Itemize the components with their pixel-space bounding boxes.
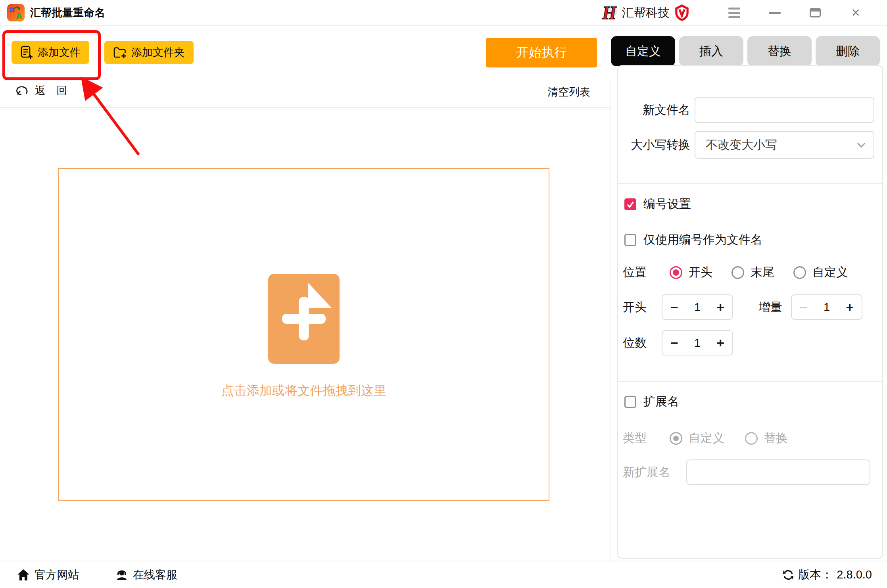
file-dropzone[interactable]: 点击添加或将文件拖拽到这里 [58,168,549,501]
app-logo-icon: a A [7,4,25,21]
position-label: 位置 [623,264,670,281]
new-name-input[interactable] [695,97,874,123]
digits-label: 位数 [623,335,662,351]
hamburger-icon [728,8,740,18]
tab-custom[interactable]: 自定义 [611,36,675,66]
new-ext-row: 新扩展名 [618,459,882,485]
brand-name: 汇帮科技 [622,5,670,21]
divider [0,107,610,108]
add-folder-button[interactable]: 添加文件夹 [104,41,194,64]
ext-type-label: 类型 [623,430,670,446]
official-website-label: 官方网站 [35,567,79,582]
version-info: 版本： 2.8.0.0 [782,567,872,583]
close-icon: × [851,6,860,20]
execute-label: 开始执行 [516,44,567,61]
numbering-checkbox[interactable] [624,198,636,210]
chevron-down-icon [857,142,866,148]
only-number-checkbox[interactable] [624,234,636,246]
minimize-button[interactable] [755,2,795,23]
case-selected-value: 不改变大小写 [706,137,857,153]
radio-icon [745,432,758,445]
ext-type-row: 类型 自定义 替换 [618,430,882,446]
decrement-button[interactable]: − [670,300,678,314]
version-value: 2.8.0.0 [837,568,872,581]
back-label: 返 回 [35,83,67,98]
execute-button[interactable]: 开始执行 [486,38,597,67]
brand-h-icon: H [601,3,617,22]
digits-stepper: − 1 + [662,330,733,355]
title-bar: a A 汇帮批量重命名 H 汇帮科技 [0,0,887,26]
menu-button[interactable] [714,2,755,23]
extension-row: 扩展名 [618,394,882,410]
increment-stepper: − 1 + [791,294,862,320]
increment-value: 1 [824,301,830,314]
decrement-button[interactable]: − [670,336,678,350]
new-name-label: 新文件名 [623,102,690,118]
official-website-link[interactable]: 官方网站 [17,567,79,582]
increment-button[interactable]: + [716,300,724,314]
divider [610,80,611,561]
position-option-custom[interactable]: 自定义 [793,264,848,281]
new-ext-input[interactable] [686,459,870,485]
mode-tabs: 自定义 插入 替换 删除 [611,36,880,66]
online-support-label: 在线客服 [133,567,177,582]
clear-list-button[interactable]: 清空列表 [547,85,590,99]
divider [618,381,882,382]
case-label: 大小写转换 [623,137,690,153]
start-increment-row: 开头 − 1 + 增量 − 1 + [618,294,882,320]
add-files-button[interactable]: 添加文件 [12,41,89,64]
extension-checkbox[interactable] [624,396,636,408]
radio-icon [731,266,744,279]
new-name-row: 新文件名 [618,97,882,123]
brand-badge-icon [674,4,689,21]
footer-bar: 官方网站 在线客服 版本： 2.8.0.0 [0,561,887,588]
maximize-icon [810,8,821,17]
case-select[interactable]: 不改变大小写 [695,131,874,159]
case-row: 大小写转换 不改变大小写 [618,131,882,159]
ext-type-option-custom[interactable]: 自定义 [670,430,724,446]
digits-row: 位数 − 1 + [618,330,882,355]
increment-button[interactable]: + [846,300,854,314]
start-stepper: − 1 + [662,294,733,320]
only-number-label: 仅使用编号作为文件名 [643,232,762,248]
position-option-start[interactable]: 开头 [670,264,712,281]
divider [618,183,882,184]
highlight-arrow [60,71,151,162]
home-icon [17,569,30,581]
position-option-end[interactable]: 末尾 [731,264,774,281]
add-folder-label: 添加文件夹 [131,45,185,60]
tab-insert[interactable]: 插入 [679,36,743,66]
digits-value: 1 [694,336,701,350]
radio-selected-icon [670,266,682,279]
radio-selected-icon [670,432,682,445]
minimize-icon [769,12,781,14]
start-value: 1 [694,301,701,314]
back-icon [15,85,29,96]
svg-text:H: H [602,3,617,22]
numbering-label: 编号设置 [643,196,691,212]
drop-file-icon [268,274,340,364]
decrement-button[interactable]: − [800,300,808,314]
increment-label: 增量 [758,299,782,315]
new-ext-label: 新扩展名 [623,464,682,480]
window-title: 汇帮批量重命名 [30,6,105,20]
only-number-row: 仅使用编号作为文件名 [618,232,882,248]
check-icon [626,200,635,209]
close-button[interactable]: × [835,2,876,23]
back-button[interactable]: 返 回 [15,83,67,98]
tab-delete[interactable]: 删除 [816,36,880,66]
tab-replace[interactable]: 替换 [747,36,812,66]
window-controls: × [714,2,876,23]
ext-type-option-replace[interactable]: 替换 [745,430,788,446]
version-label: 版本： [798,567,833,583]
maximize-button[interactable] [795,2,835,23]
extension-label: 扩展名 [643,394,679,410]
online-support-link[interactable]: 在线客服 [115,567,177,582]
headset-person-icon [115,569,128,581]
brand: H 汇帮科技 [601,3,689,22]
numbering-row: 编号设置 [618,196,882,212]
increment-button[interactable]: + [716,336,724,350]
radio-icon [793,266,806,279]
refresh-icon[interactable] [782,569,794,581]
file-plus-icon [20,46,33,59]
